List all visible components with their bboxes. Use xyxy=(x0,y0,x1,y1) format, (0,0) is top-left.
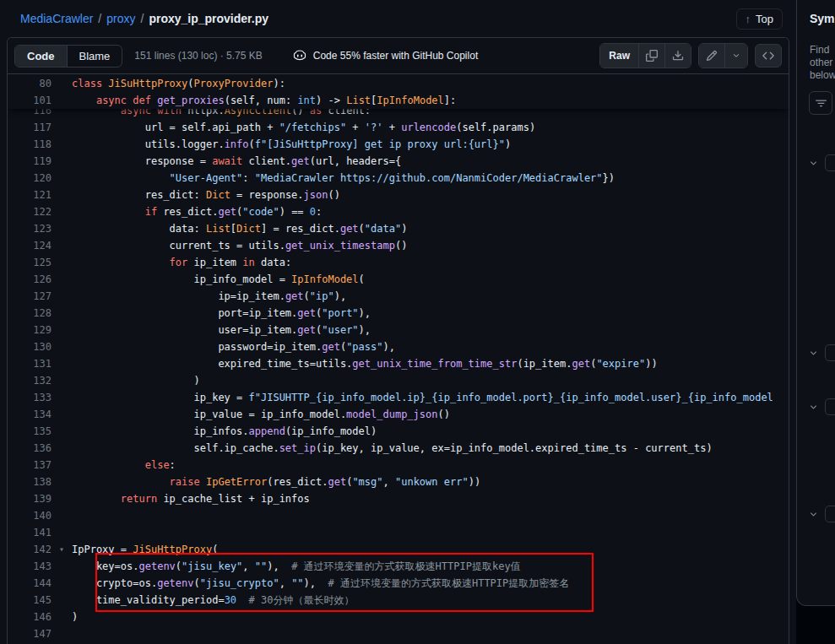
raw-button[interactable]: Raw xyxy=(600,44,638,68)
symbol-item[interactable] xyxy=(825,154,835,171)
code-line: 139 return ip_cache_list + ip_infos xyxy=(8,490,789,507)
code-line: 129 user=ip_item.get("user"), xyxy=(8,322,789,338)
code-line: 142▾IpProxy = JiSuHttpProxy( xyxy=(8,541,789,558)
copilot-banner-text: Code 55% faster with GitHub Copilot xyxy=(313,50,478,62)
gutter xyxy=(52,237,72,254)
code-text: password=ip_item.get("pass"), xyxy=(72,338,789,355)
tab-blame[interactable]: Blame xyxy=(67,46,122,67)
symbol-item[interactable] xyxy=(825,344,835,361)
chevron-down-icon xyxy=(809,349,818,358)
code-text: if res_dict.get("code") == 0: xyxy=(72,203,789,220)
code-line: 135 ip_infos.append(ip_info_model) xyxy=(8,423,789,440)
gutter xyxy=(52,423,72,440)
code-line: 124 current_ts = utils.get_unix_timestam… xyxy=(8,237,789,254)
gutter xyxy=(52,355,72,372)
line-number[interactable]: 126 xyxy=(8,271,52,288)
download-raw-button[interactable] xyxy=(664,44,691,68)
line-number[interactable]: 138 xyxy=(8,474,52,490)
line-number[interactable]: 121 xyxy=(8,187,52,203)
line-number[interactable]: 142 xyxy=(8,541,52,558)
code-area: 116 async with httpx.AsyncClient() as cl… xyxy=(8,75,789,644)
chevron-down-icon xyxy=(809,159,818,168)
gutter xyxy=(52,170,72,187)
line-number[interactable]: 147 xyxy=(8,625,52,642)
line-number[interactable]: 101 xyxy=(8,92,52,109)
line-number[interactable]: 141 xyxy=(8,524,52,541)
line-number[interactable]: 119 xyxy=(8,153,52,170)
edit-dropdown-button[interactable] xyxy=(724,44,747,68)
code-line: 134 ip_value = ip_info_model.model_dump_… xyxy=(8,406,789,423)
raw-copy-download-group: Raw xyxy=(599,43,691,68)
code-text: ) xyxy=(72,372,789,389)
line-number[interactable]: 137 xyxy=(8,457,52,474)
code-text: for ip_item in data: xyxy=(72,254,789,271)
symbol-item[interactable] xyxy=(825,506,835,522)
edit-button-group xyxy=(698,43,748,68)
line-number[interactable]: 132 xyxy=(8,372,52,389)
gutter xyxy=(52,203,72,220)
gutter xyxy=(52,406,72,423)
line-number[interactable]: 139 xyxy=(8,490,52,507)
code-text: ip_infos.append(ip_info_model) xyxy=(72,423,789,440)
line-number[interactable]: 118 xyxy=(8,136,52,153)
chevron-down-icon xyxy=(732,51,740,60)
code-text: class JiSuHttpProxy(ProxyProvider): xyxy=(72,75,789,92)
gutter xyxy=(52,136,72,153)
line-number[interactable]: 145 xyxy=(8,592,52,609)
code-line: 118 utils.logger.info(f"[JiSuHttpProxy] … xyxy=(8,136,789,153)
line-number[interactable]: 144 xyxy=(8,575,52,592)
code-line: 125 for ip_item in data: xyxy=(8,254,789,271)
line-number[interactable]: 143 xyxy=(8,558,52,575)
line-number[interactable]: 124 xyxy=(8,237,52,254)
chevron-down-icon xyxy=(809,403,818,412)
line-number[interactable]: 117 xyxy=(8,119,52,136)
code-text: data: List[Dict] = res_dict.get("data") xyxy=(72,220,789,237)
line-number[interactable]: 146 xyxy=(8,609,52,625)
code-text: ) xyxy=(72,609,789,625)
line-number[interactable]: 130 xyxy=(8,338,52,355)
line-number[interactable]: 80 xyxy=(8,75,52,92)
back-to-top-button[interactable]: ↑ Top xyxy=(736,8,783,30)
breadcrumb-folder-link[interactable]: proxy xyxy=(106,12,135,25)
line-number[interactable]: 133 xyxy=(8,389,52,406)
line-number[interactable]: 128 xyxy=(8,305,52,322)
symbol-tree-section[interactable] xyxy=(809,506,835,522)
copilot-icon xyxy=(293,49,306,62)
line-number[interactable]: 120 xyxy=(8,170,52,187)
code-line: 141 xyxy=(8,524,789,541)
code-text: return ip_cache_list + ip_infos xyxy=(72,490,789,507)
copilot-banner[interactable]: Code 55% faster with GitHub Copilot xyxy=(293,49,478,62)
line-number[interactable]: 136 xyxy=(8,440,52,457)
code-text: response = await client.get(url, headers… xyxy=(72,153,789,170)
gutter xyxy=(52,457,72,474)
symbol-tree-section[interactable] xyxy=(809,344,835,361)
line-number[interactable]: 129 xyxy=(8,322,52,338)
code-line: 126 ip_info_model = IpInfoModel( xyxy=(8,271,789,288)
symbols-desc-line: below xyxy=(810,69,835,82)
line-number[interactable]: 140 xyxy=(8,507,52,524)
fold-chevron-icon[interactable]: ▾ xyxy=(52,541,72,558)
copy-raw-button[interactable] xyxy=(638,44,664,68)
line-number[interactable]: 123 xyxy=(8,220,52,237)
symbol-tree-section[interactable] xyxy=(809,398,835,415)
code-line: 146) xyxy=(8,609,789,625)
filter-button[interactable] xyxy=(809,91,832,115)
symbol-item[interactable] xyxy=(825,398,835,415)
line-number[interactable]: 122 xyxy=(8,203,52,220)
tab-code[interactable]: Code xyxy=(15,46,67,67)
line-number[interactable]: 131 xyxy=(8,355,52,372)
code-text xyxy=(72,507,789,524)
breadcrumb-separator: / xyxy=(98,12,101,25)
breadcrumb-repo-link[interactable]: MediaCrawler xyxy=(20,12,93,25)
symbols-toggle-button[interactable] xyxy=(755,44,782,68)
edit-pencil-button[interactable] xyxy=(699,44,724,68)
line-number[interactable]: 127 xyxy=(8,288,52,305)
filter-icon xyxy=(816,98,827,109)
symbols-desc-line: other xyxy=(810,57,835,69)
line-number[interactable]: 125 xyxy=(8,254,52,271)
gutter xyxy=(52,625,72,642)
symbol-tree-section[interactable] xyxy=(809,154,835,171)
gutter xyxy=(52,558,72,575)
line-number[interactable]: 134 xyxy=(8,406,52,423)
line-number[interactable]: 135 xyxy=(8,423,52,440)
